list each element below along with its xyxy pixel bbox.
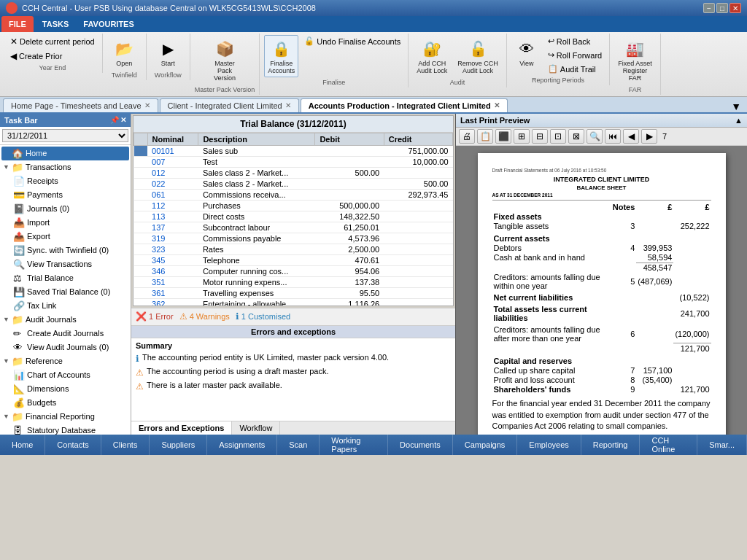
window-controls[interactable]: − □ ✕ — [703, 3, 741, 13]
preview-prev-page-button[interactable]: ◀ — [623, 129, 639, 144]
nominal-link[interactable]: 061 — [152, 190, 165, 199]
sidebar-item-import[interactable]: 📥 Import — [12, 216, 129, 230]
start-button[interactable]: ▶ Start — [152, 35, 183, 70]
tab-accounts-close[interactable]: ✕ — [494, 101, 500, 109]
create-prior-button[interactable]: ◀ Create Prior — [7, 50, 98, 63]
errors-tab-errors[interactable]: Errors and Exceptions — [131, 421, 232, 435]
finalise-accounts-button[interactable]: 🔒 FinaliseAccounts — [264, 35, 298, 77]
row-marker — [134, 233, 148, 244]
preview-zoom-in-button[interactable]: 🔍 — [587, 129, 603, 144]
taskbar-scan[interactable]: Scan — [277, 435, 320, 455]
sidebar-item-budgets[interactable]: 💰 Budgets — [12, 396, 129, 410]
nominal-link[interactable]: 362 — [152, 300, 165, 306]
preview-tool-btn-5[interactable]: ⊟ — [532, 129, 548, 144]
sidebar-item-trial-balance[interactable]: ⚖ Trial Balance — [12, 271, 129, 285]
close-button[interactable]: ✕ — [729, 3, 741, 13]
preview-tool-btn-3[interactable]: ⬛ — [495, 129, 511, 144]
preview-print-button[interactable]: 🖨 — [459, 129, 475, 144]
roll-forward-button[interactable]: ↪ Roll Forward — [545, 49, 605, 61]
sidebar-item-tax-link[interactable]: 🔗 Tax Link — [12, 299, 129, 313]
taskbar-working-papers[interactable]: Working Papers — [320, 435, 388, 455]
taskbar-reporting[interactable]: Reporting — [581, 435, 640, 455]
taskbar-cch-online[interactable]: CCH Online — [640, 435, 697, 455]
nominal-link[interactable]: 351 — [152, 278, 165, 287]
delete-period-button[interactable]: ✕ Delete current period — [7, 35, 98, 48]
open-button[interactable]: 📂 Open — [109, 35, 139, 70]
roll-back-button[interactable]: ↩ Roll Back — [545, 35, 605, 47]
preview-first-page-button[interactable]: ⏮ — [605, 129, 621, 144]
sidebar-pin-icon[interactable]: 📌 — [110, 116, 119, 124]
taskbar-documents[interactable]: Documents — [388, 435, 453, 455]
maximize-button[interactable]: □ — [716, 3, 728, 13]
sidebar-item-chart-accounts[interactable]: 📊 Chart of Accounts — [12, 368, 129, 382]
menu-tasks[interactable]: TASKS — [35, 16, 76, 32]
nominal-link[interactable]: 113 — [152, 212, 165, 221]
taskbar-smar[interactable]: Smar... — [697, 435, 747, 455]
nominal-link[interactable]: 346 — [152, 267, 165, 276]
nominal-link[interactable]: 361 — [152, 289, 165, 298]
sidebar-item-statutory-db[interactable]: 🗄 Statutory Database — [12, 424, 129, 435]
description-cell: Subcontract labour — [198, 222, 315, 233]
audit-trail-button[interactable]: 📋 Audit Trail — [545, 63, 605, 75]
sidebar-item-reference[interactable]: ▼ 📁 Reference — [1, 354, 129, 368]
nominal-link[interactable]: 00101 — [152, 147, 174, 155]
tab-home-close[interactable]: ✕ — [144, 101, 150, 109]
debit-cell: 1,116.26 — [315, 298, 384, 306]
date-select[interactable]: 31/12/2011 — [2, 129, 128, 142]
sidebar-item-audit-journals[interactable]: ▼ 📁 Audit Journals — [1, 313, 129, 327]
nominal-link[interactable]: 137 — [152, 223, 165, 232]
nominal-link[interactable]: 007 — [152, 158, 165, 166]
sidebar-item-view-audit[interactable]: 👁 View Audit Journals (0) — [12, 341, 129, 354]
preview-tool-btn-7[interactable]: ⊠ — [568, 129, 584, 144]
sidebar-item-create-audit[interactable]: ✏ Create Audit Journals — [12, 327, 129, 341]
nominal-link[interactable]: 012 — [152, 168, 165, 177]
tab-client-close[interactable]: ✕ — [285, 101, 291, 109]
nominal-link[interactable]: 022 — [152, 179, 165, 188]
undo-finalise-button[interactable]: 🔓 Undo Finalise Accounts — [301, 35, 403, 47]
taskbar-contacts[interactable]: Contacts — [45, 435, 101, 455]
menu-file[interactable]: FILE — [1, 16, 34, 32]
master-pack-button[interactable]: 📦 MasterPackVersion — [209, 35, 240, 85]
nominal-link[interactable]: 319 — [152, 234, 165, 243]
menu-favourites[interactable]: FAVOURITES — [76, 16, 141, 32]
far-button[interactable]: 🏭 Fixed AssetRegisterFAR — [614, 35, 656, 85]
add-audit-lock-button[interactable]: 🔐 Add CCHAudit Lock — [413, 35, 451, 77]
preview-tool-btn-6[interactable]: ⊡ — [550, 129, 566, 144]
sidebar-item-transactions[interactable]: ▼ 📁 Transactions — [1, 160, 129, 174]
tab-client[interactable]: Client - Integrated Client Limited ✕ — [160, 98, 299, 112]
taskbar-assignments[interactable]: Assignments — [207, 435, 277, 455]
preview-content[interactable]: Draft Financial Statements at 06 July 20… — [456, 146, 747, 435]
sidebar-title: Task Bar — [4, 116, 38, 125]
tab-home-timesheets[interactable]: Home Page - Timesheets and Leave ✕ — [3, 98, 158, 112]
minimize-button[interactable]: − — [703, 3, 715, 13]
sidebar-item-export[interactable]: 📤 Export — [12, 230, 129, 244]
preview-next-page-button[interactable]: ▶ — [641, 129, 657, 144]
sidebar-item-dimensions[interactable]: 📐 Dimensions — [12, 382, 129, 396]
sidebar-item-receipts[interactable]: 📄 Receipts — [12, 174, 129, 188]
nominal-link[interactable]: 345 — [152, 256, 165, 265]
remove-audit-lock-button[interactable]: 🔓 Remove CCHAudit Lock — [454, 35, 502, 77]
errors-tab-workflow[interactable]: Workflow — [232, 421, 280, 435]
tabs-collapse-button[interactable]: ▼ — [731, 101, 741, 112]
taskbar-home[interactable]: Home — [0, 435, 45, 455]
preview-copy-button[interactable]: 📋 — [477, 129, 493, 144]
view-button[interactable]: 👁 View — [511, 35, 542, 70]
preview-expand-icon[interactable]: ▲ — [735, 116, 743, 125]
trial-balance-table-wrap[interactable]: Nominal Description Debit Credit 00101Sa… — [133, 133, 453, 306]
taskbar-campaigns[interactable]: Campaigns — [453, 435, 518, 455]
sidebar-item-journals[interactable]: 📓 Journals (0) — [12, 202, 129, 216]
sidebar-item-payments[interactable]: 💳 Payments — [12, 188, 129, 202]
sidebar-item-saved-trial[interactable]: 💾 Saved Trial Balance (0) — [12, 285, 129, 299]
taskbar-suppliers[interactable]: Suppliers — [150, 435, 207, 455]
nominal-link[interactable]: 112 — [152, 201, 165, 210]
sidebar-item-view-transactions[interactable]: 🔍 View Transactions — [12, 257, 129, 271]
nominal-link[interactable]: 323 — [152, 245, 165, 254]
sidebar-close-icon[interactable]: ✕ — [120, 116, 126, 124]
sidebar-item-sync[interactable]: 🔄 Sync. with Twinfield (0) — [12, 244, 129, 257]
preview-tool-btn-4[interactable]: ⊞ — [514, 129, 530, 144]
tab-accounts[interactable]: Accounts Production - Integrated Client … — [301, 98, 508, 112]
sidebar-item-financial-reporting[interactable]: ▼ 📁 Financial Reporting — [1, 410, 129, 424]
sidebar-item-home[interactable]: 🏠 Home — [1, 147, 129, 160]
taskbar-clients[interactable]: Clients — [101, 435, 150, 455]
taskbar-employees[interactable]: Employees — [517, 435, 581, 455]
